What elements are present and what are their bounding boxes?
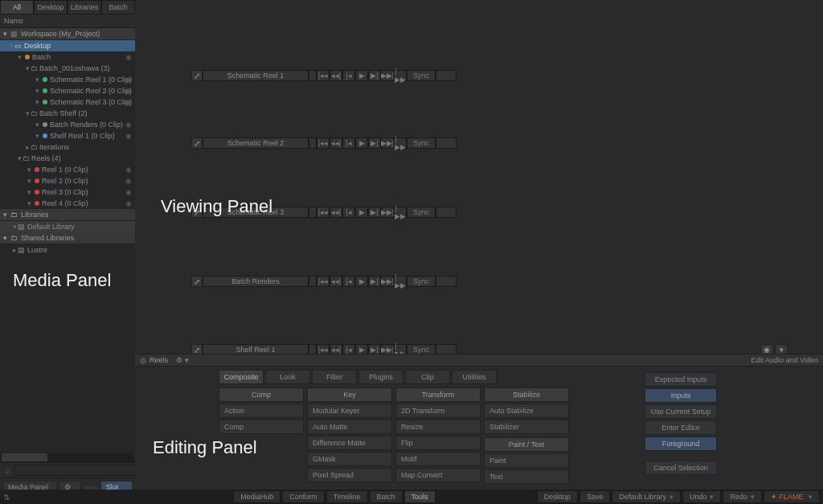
transport-button[interactable]: ◂◂| xyxy=(330,70,342,81)
btn-paint[interactable]: Paint xyxy=(484,453,569,468)
reel-label[interactable]: Schematic Reel 3 xyxy=(203,207,309,218)
btn-comp[interactable]: Comp xyxy=(219,420,304,434)
sync-button[interactable]: Sync xyxy=(407,137,436,149)
updown-icon[interactable]: ⇅ xyxy=(3,493,10,502)
eye-icon[interactable]: ◉ xyxy=(125,199,132,207)
tab-tools[interactable]: Tools xyxy=(404,490,436,503)
transport-button[interactable]: ▶| xyxy=(368,207,381,218)
tree-reel4[interactable]: ▾ Reel 4 (0 Clip) ◉ xyxy=(0,198,135,209)
transport-button[interactable]: ▶| xyxy=(368,137,381,149)
tree-batch-renders[interactable]: ▾ Batch Renders (0 Clip) ◉ xyxy=(0,119,135,130)
tree-reel2[interactable]: ▾ Reel 2 (0 Clip) ◉ xyxy=(0,175,135,186)
zoom-icon[interactable]: ⤢ xyxy=(191,207,203,218)
btn-map-convert[interactable]: Map Convert xyxy=(395,468,481,482)
transport-button[interactable]: ◂◂| xyxy=(330,137,342,149)
btn-desktop[interactable]: Desktop xyxy=(537,490,578,503)
btn-inputs[interactable]: Inputs xyxy=(645,388,717,403)
transport-button[interactable]: |▶▶ xyxy=(394,207,407,218)
sync-button[interactable]: Sync xyxy=(407,276,436,287)
btn-difference-matte[interactable]: Difference Matte xyxy=(307,436,392,450)
tree-iterations[interactable]: ▸ 🗀 Iterations xyxy=(0,141,135,153)
transport-button[interactable]: |◂ xyxy=(342,207,355,218)
scrollbar-thumb[interactable] xyxy=(2,453,47,461)
btn-foreground[interactable]: Foreground xyxy=(645,436,717,451)
eye-icon[interactable]: ◉ xyxy=(125,188,132,196)
tab-desktop[interactable]: Desktop xyxy=(34,0,68,14)
tab-utilities[interactable]: Utilities xyxy=(452,370,497,384)
transport-button[interactable]: ▶ xyxy=(355,137,368,149)
transport-button[interactable]: ▶ xyxy=(355,70,368,81)
sync-button[interactable]: Sync xyxy=(407,207,436,218)
btn-pixel-spread[interactable]: Pixel Spread xyxy=(307,468,392,482)
transport-button[interactable]: ▶▶| xyxy=(381,207,394,218)
transport-button[interactable]: |▶▶ xyxy=(394,276,407,287)
media-scrollbar[interactable] xyxy=(2,453,133,461)
tab-libraries[interactable]: Libraries xyxy=(68,0,101,14)
tab-mediahub[interactable]: MediaHub xyxy=(233,490,280,503)
tab-batch[interactable]: Batch xyxy=(101,0,135,14)
tree-reel1[interactable]: ▾ Reel 1 (0 Clip) ◉ xyxy=(0,164,135,175)
tab-timeline[interactable]: Timeline xyxy=(326,490,368,503)
tab-all[interactable]: All xyxy=(0,0,34,14)
zoom-icon[interactable]: ⤢ xyxy=(191,137,203,149)
transport-button[interactable]: ▶▶| xyxy=(381,276,394,287)
transport-button[interactable]: ▶ xyxy=(355,276,368,287)
reel-slot[interactable] xyxy=(436,137,457,149)
eye-icon[interactable]: ◉ xyxy=(125,132,132,140)
eye-icon[interactable]: ◉ xyxy=(125,87,132,95)
reel-slot[interactable] xyxy=(436,70,457,81)
tree-batch[interactable]: ▾ Batch ◉ xyxy=(0,51,135,63)
btn-expected-inputs[interactable]: Expected Inputs xyxy=(645,372,717,387)
btn-gmask[interactable]: GMask xyxy=(307,452,392,466)
btn-undo[interactable]: Undo▾ xyxy=(682,490,722,503)
reel-label[interactable]: Schematic Reel 1 xyxy=(203,70,309,81)
transport-button[interactable]: |▶▶ xyxy=(394,70,407,81)
btn-save[interactable]: Save xyxy=(579,490,611,503)
tree-shelf-reel1[interactable]: ▾ Shelf Reel 1 (0 Clip) ◉ xyxy=(0,130,135,141)
tree-batch-group[interactable]: ▾ 🗀 Batch_001oshawa (3) xyxy=(0,63,135,74)
eye-icon[interactable]: ◉ xyxy=(125,98,132,106)
tree-default-library[interactable]: ▾ ▤ Default Library xyxy=(0,221,135,232)
tab-look[interactable]: Look xyxy=(265,370,310,384)
btn-enter-editor[interactable]: Enter Editor xyxy=(645,420,717,435)
eye-icon[interactable]: ◉ xyxy=(125,166,132,174)
btn-resize[interactable]: Resize xyxy=(395,420,481,434)
transport-button[interactable]: ◂◂| xyxy=(330,207,342,218)
eye-icon[interactable]: ◉ xyxy=(125,121,132,129)
btn-motif[interactable]: Motif xyxy=(395,452,481,466)
tree-desktop[interactable]: ▾ ▭ Desktop xyxy=(0,40,135,51)
transport-button[interactable]: |◂◂ xyxy=(317,70,330,81)
btn-cancel-selection[interactable]: Cancel Selection xyxy=(645,461,717,475)
eye-icon[interactable]: ◉ xyxy=(125,53,132,61)
gear-icon[interactable]: ⚙ ▾ xyxy=(176,356,189,364)
eye-icon[interactable]: ◉ xyxy=(125,177,132,185)
transport-button[interactable]: ◂◂| xyxy=(330,276,342,287)
transport-button[interactable]: |◂◂ xyxy=(317,207,330,218)
btn-action[interactable]: Action xyxy=(219,404,304,418)
zoom-icon[interactable]: ⤢ xyxy=(191,70,203,81)
transport-button[interactable]: |◂ xyxy=(342,276,355,287)
tree-schem2[interactable]: ▾ Schematic Reel 2 (0 Clip) ◉ xyxy=(0,85,135,96)
transport-button[interactable]: ▶▶| xyxy=(381,137,394,149)
tab-clip[interactable]: Clip xyxy=(405,370,450,384)
tree-schem3[interactable]: ▾ Schematic Reel 3 (0 Clip) ◉ xyxy=(0,96,135,108)
transport-button[interactable]: |▶▶ xyxy=(394,137,407,149)
btn-text[interactable]: Text xyxy=(484,469,569,484)
tree-lustre[interactable]: ▸ ▤ Lustre xyxy=(0,244,135,256)
shared-libraries-section[interactable]: ▾ 🗀 Shared Libraries xyxy=(0,232,135,244)
search-icon[interactable] xyxy=(2,465,14,476)
btn-stabilizer[interactable]: Stabilizer xyxy=(484,420,569,434)
transport-button[interactable]: ▶| xyxy=(368,70,381,81)
transport-button[interactable]: ▶▶| xyxy=(381,70,394,81)
transport-button[interactable]: |◂◂ xyxy=(317,137,330,149)
tab-batch-bottom[interactable]: Batch xyxy=(370,490,403,503)
btn-use-current-setup[interactable]: Use Current Setup xyxy=(645,404,717,419)
dropdown-default-library[interactable]: Default Library▾ xyxy=(612,490,681,503)
btn-auto-stabilize[interactable]: Auto Stabilize xyxy=(484,404,569,418)
reel-slot[interactable] xyxy=(436,276,457,287)
sync-button[interactable]: Sync xyxy=(407,70,436,81)
tab-conform[interactable]: Conform xyxy=(282,490,325,503)
btn-flame[interactable]: ✦ FLAME ▾ xyxy=(764,490,820,503)
tab-filter[interactable]: Filter xyxy=(312,370,357,384)
reel-label[interactable]: Schematic Reel 2 xyxy=(203,137,309,149)
